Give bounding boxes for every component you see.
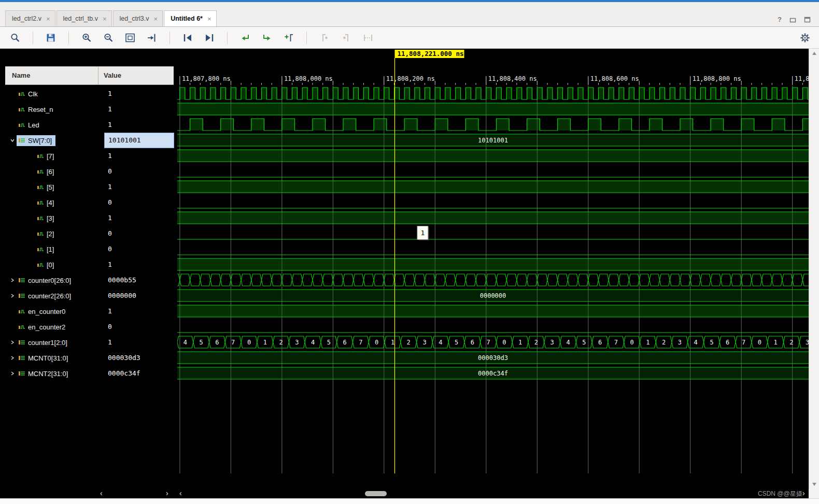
signal-name: SW[7:0]: [28, 137, 52, 145]
maximize-icon[interactable]: [804, 17, 811, 23]
add-marker-button[interactable]: [282, 31, 295, 45]
tab-close-icon[interactable]: ×: [154, 15, 158, 23]
tab-close-icon[interactable]: ×: [103, 15, 107, 23]
horizontal-scrollbar[interactable]: ‹ › ‹ ›: [0, 489, 809, 498]
wave-scroll-left-button[interactable]: ‹: [179, 489, 182, 498]
zoom-out-icon: [103, 32, 114, 44]
zoom-to-cursor-button[interactable]: [145, 31, 159, 45]
signal-name: en_counter0: [28, 308, 65, 315]
previous-transition-button[interactable]: [238, 31, 252, 45]
signal-label-wrap: en_counter2: [17, 322, 69, 333]
signal-row-3[interactable]: [3]: [5, 210, 104, 226]
svg-text:6: 6: [598, 339, 602, 346]
value-column-header[interactable]: Value: [98, 67, 174, 84]
scalar-signal-icon: [18, 308, 25, 314]
wave-scroll-right-button[interactable]: ›: [802, 489, 805, 498]
signal-row-sw-7-0[interactable]: SW[7:0]: [5, 133, 104, 148]
wave-counter0-26-0[interactable]: [177, 274, 809, 286]
signal-row-led[interactable]: Led: [5, 117, 104, 133]
signal-name: [5]: [47, 183, 54, 191]
signal-row-counter2-26-0[interactable]: counter2[26:0]: [5, 288, 104, 304]
zoom-out-button[interactable]: [102, 31, 115, 45]
save-button[interactable]: [44, 31, 58, 45]
scalar-signal-icon: [18, 91, 25, 97]
scroll-down-button[interactable]: [812, 483, 816, 486]
toolbar-separator: [227, 32, 228, 44]
tab-close-icon[interactable]: ×: [46, 15, 50, 23]
signal-row-2[interactable]: [2]: [5, 226, 104, 241]
tab-label: led_ctrl3.v: [120, 15, 149, 22]
next-transition-button[interactable]: [260, 31, 274, 45]
bus-signal-icon: [18, 355, 25, 361]
zoom-in-button[interactable]: [80, 31, 93, 45]
wave-en-counter0[interactable]: [177, 305, 809, 317]
svg-text:0: 0: [247, 339, 251, 346]
waveform-panel[interactable]: 11,807,800 ns11,808,000 ns11,808,200 ns1…: [177, 49, 809, 489]
signal-row-mcnt2-31-0[interactable]: MCNT2[31:0]: [5, 366, 104, 381]
wave-canvas[interactable]: 11,807,800 ns11,808,000 ns11,808,200 ns1…: [177, 49, 809, 489]
signal-name: MCNT2[31:0]: [28, 370, 68, 378]
signal-row-7[interactable]: [7]: [5, 148, 104, 164]
svg-text:6: 6: [471, 339, 474, 346]
expand-icon[interactable]: [8, 278, 17, 283]
signal-value-counter1-2-0: 1: [104, 335, 174, 350]
wave-mcnt0-31-0[interactable]: 000030d3: [177, 352, 809, 364]
expand-icon[interactable]: [8, 355, 17, 361]
tab-led-ctrl3-v[interactable]: led_ctrl3.v×: [113, 10, 163, 26]
wave-led[interactable]: [177, 119, 809, 131]
scalar-signal-icon: [37, 262, 44, 268]
svg-text:2: 2: [279, 339, 283, 346]
expand-icon[interactable]: [8, 293, 17, 298]
vertical-scrollbar[interactable]: [809, 49, 819, 489]
signal-row-counter1-2-0[interactable]: counter1[2:0]: [5, 335, 104, 350]
signal-row-4[interactable]: [4]: [5, 195, 104, 210]
go-to-last-time-button[interactable]: [203, 31, 216, 45]
svg-text:5: 5: [582, 339, 586, 346]
signal-row-clk[interactable]: Clk: [5, 86, 104, 102]
go-to-time-0-button[interactable]: [181, 31, 194, 45]
svg-text:1: 1: [646, 339, 649, 346]
wave-counter2-26-0[interactable]: 0000000: [177, 290, 809, 301]
wave-5[interactable]: [177, 181, 809, 193]
signal-name: [0]: [47, 261, 54, 269]
help-icon[interactable]: ?: [778, 16, 782, 23]
zoom-fit-button[interactable]: [123, 31, 137, 45]
collapse-icon[interactable]: [8, 138, 17, 143]
marker-previous-button: [318, 31, 331, 45]
wave-reset-n[interactable]: [177, 103, 809, 115]
wave-7[interactable]: [177, 150, 809, 162]
signal-row-6[interactable]: [6]: [5, 164, 104, 179]
signal-row-5[interactable]: [5]: [5, 179, 104, 195]
timeline-ruler[interactable]: 11,807,800 ns11,808,000 ns11,808,200 ns1…: [180, 75, 809, 85]
wave-sw-7-0[interactable]: 10101001: [177, 134, 809, 146]
expand-icon[interactable]: [8, 340, 17, 345]
name-column-header[interactable]: Name: [5, 67, 98, 84]
settings-button[interactable]: [798, 31, 812, 45]
find-button[interactable]: [8, 31, 22, 45]
wave-clk[interactable]: [177, 88, 809, 99]
scrollbar-thumb[interactable]: [365, 491, 387, 496]
tab-led-ctrl-tb-v[interactable]: led_ctrl_tb.v×: [57, 10, 112, 26]
restore-icon[interactable]: [789, 17, 796, 23]
signal-row-1[interactable]: [1]: [5, 241, 104, 257]
expand-icon[interactable]: [8, 371, 17, 376]
wave-counter1-2-0[interactable]: 4567012345670123456701234567012345670123…: [177, 336, 809, 348]
tab-led-ctrl2-v[interactable]: led_ctrl2.v×: [5, 10, 55, 26]
signal-row-en-counter0[interactable]: en_counter0: [5, 304, 104, 319]
signal-row-en-counter2[interactable]: en_counter2: [5, 319, 104, 335]
names-scroll-left-button[interactable]: ‹: [100, 489, 103, 498]
time-tick-label: 11,808,400 ns: [488, 75, 537, 82]
wave-0[interactable]: [177, 258, 809, 270]
signal-row-mcnt0-31-0[interactable]: MCNT0[31:0]: [5, 350, 104, 366]
wave-3[interactable]: [177, 212, 809, 224]
tab-close-icon[interactable]: ×: [207, 15, 211, 23]
signal-row-0[interactable]: [0]: [5, 257, 104, 272]
time-tick-label: 11,808,000 ns: [284, 75, 333, 82]
wave-mcnt2-31-0[interactable]: 0000c34f: [177, 367, 809, 379]
signal-row-counter0-26-0[interactable]: counter0[26:0]: [5, 272, 104, 288]
scroll-up-button[interactable]: [812, 52, 816, 55]
bus-signal-icon: [18, 137, 25, 143]
names-scroll-right-button[interactable]: ›: [166, 489, 168, 498]
tab-untitled-6[interactable]: Untitled 6*×: [164, 10, 216, 26]
signal-row-reset-n[interactable]: Reset_n: [5, 102, 104, 117]
